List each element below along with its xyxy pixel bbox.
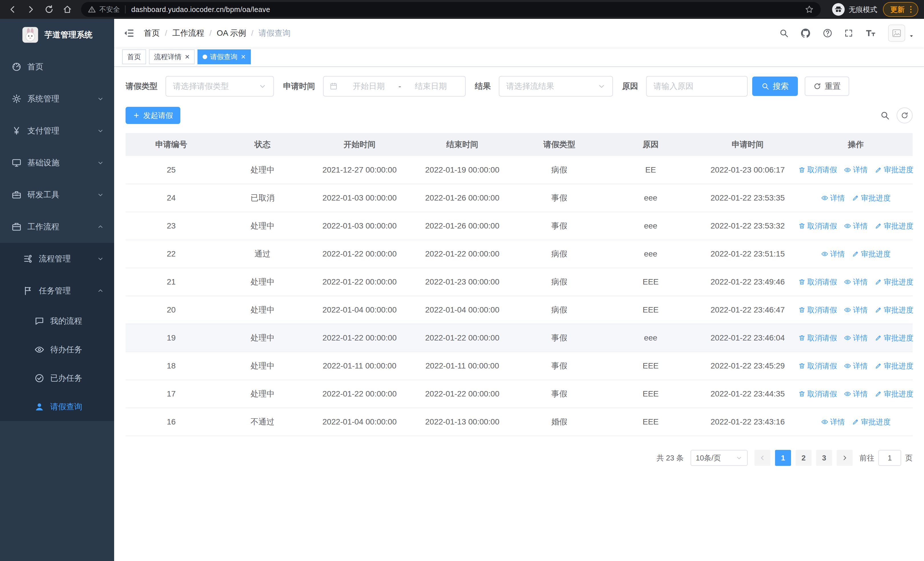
sidebar-item-workflow[interactable]: 工作流程 [0,211,114,243]
reset-button[interactable]: 重置 [805,77,849,96]
create-leave-button[interactable]: 发起请假 [126,107,180,124]
cancel-leave-link[interactable]: 取消请假 [798,277,837,287]
browser-back-icon[interactable] [6,3,20,16]
detail-link[interactable]: 详情 [821,193,845,203]
sidebar-item-system-management[interactable]: 系统管理 [0,83,114,115]
search-button[interactable]: 搜索 [752,77,798,96]
url-text[interactable]: dashboard.yudao.iocoder.cn/bpm/oa/leave [131,5,805,14]
sidebar-item-task-management[interactable]: 任务管理 [0,275,114,307]
browser-update-button[interactable]: 更新 [883,2,918,17]
cancel-leave-link[interactable]: 取消请假 [798,361,837,371]
detail-link[interactable]: 详情 [844,361,868,371]
approval-progress-link[interactable]: 审批进度 [874,305,914,315]
approval-progress-link[interactable]: 审批进度 [874,221,914,231]
page-1-button[interactable]: 1 [775,450,791,466]
toggle-search-button[interactable] [880,111,890,120]
detail-link[interactable]: 详情 [844,277,868,287]
leave-type-select[interactable]: 请选择请假类型 [165,76,274,96]
cell-type: 事假 [514,380,605,408]
page-size-select[interactable]: 10条/页 [691,450,748,466]
eye-icon [34,344,45,355]
tab-close-icon[interactable]: × [185,53,189,61]
breadcrumb-item[interactable]: OA 示例 [217,28,246,39]
cell-start: 2022-01-22 00:00:00 [308,324,411,352]
bookmark-star-icon[interactable] [805,5,814,14]
sidebar-item-leave-query[interactable]: 请假查询 [0,393,114,421]
detail-link[interactable]: 详情 [821,417,845,427]
refresh-table-button[interactable] [897,107,913,123]
cell-status: 处理中 [217,352,308,380]
sidebar-item-my-processes[interactable]: 我的流程 [0,307,114,335]
sidebar-collapse-button[interactable] [123,27,135,39]
sidebar-item-process-management[interactable]: 流程管理 [0,243,114,275]
detail-link[interactable]: 详情 [844,165,868,175]
approval-progress-link[interactable]: 审批进度 [874,165,914,175]
approval-progress-link[interactable]: 审批进度 [852,417,891,427]
chevron-left-icon [759,454,766,461]
browser-home-icon[interactable] [60,3,74,16]
help-icon[interactable] [822,28,832,38]
table-row[interactable]: 17处理中2022-01-22 00:00:002022-01-22 00:00… [126,380,913,408]
sidebar-item-home[interactable]: 首页 [0,51,114,83]
security-label[interactable]: 不安全 [99,5,120,14]
cancel-leave-link[interactable]: 取消请假 [798,165,837,175]
approval-progress-link[interactable]: 审批进度 [874,389,914,399]
approval-progress-link[interactable]: 审批进度 [852,249,891,259]
page-3-button[interactable]: 3 [816,450,832,466]
table-row[interactable]: 19处理中2022-01-22 00:00:002022-01-22 00:00… [126,324,913,352]
sidebar-item-payment-management[interactable]: 支付管理 [0,115,114,147]
address-bar[interactable]: 不安全 dashboard.yudao.iocoder.cn/bpm/oa/le… [81,2,821,17]
browser-forward-icon[interactable] [24,3,38,16]
cell-end: 2022-01-11 00:00:00 [411,352,514,380]
search-icon[interactable] [779,28,789,38]
detail-link[interactable]: 详情 [821,249,845,259]
goto-page-input[interactable] [878,450,901,466]
prev-page-button[interactable] [754,450,771,466]
table-row[interactable]: 21处理中2022-01-22 00:00:002022-01-23 00:00… [126,268,913,296]
detail-link[interactable]: 详情 [844,389,868,399]
approval-progress-link[interactable]: 审批进度 [874,277,914,287]
apply-time-range-picker[interactable]: 开始日期 - 结束日期 [323,76,466,96]
table-row[interactable]: 20处理中2022-01-04 00:00:002022-01-04 00:00… [126,296,913,324]
avatar[interactable] [888,24,905,42]
tab-close-icon[interactable]: × [241,53,245,61]
github-icon[interactable] [800,28,811,39]
tab-leave-query[interactable]: 请假查询× [198,50,250,64]
end-date-input[interactable]: 结束日期 [402,81,459,92]
table-row[interactable]: 22通过2022-01-22 00:00:002022-01-22 00:00:… [126,240,913,268]
page-2-button[interactable]: 2 [796,450,812,466]
font-size-icon[interactable] [865,27,877,39]
sidebar-item-todo-tasks[interactable]: 待办任务 [0,335,114,364]
cancel-leave-link[interactable]: 取消请假 [798,305,837,315]
cancel-leave-link[interactable]: 取消请假 [798,389,837,399]
browser-reload-icon[interactable] [42,3,56,16]
breadcrumb-item[interactable]: 首页 [144,28,160,39]
breadcrumb-item[interactable]: 工作流程 [172,28,204,39]
table-row[interactable]: 25处理中2021-12-27 00:00:002022-01-19 00:00… [126,156,913,184]
detail-link[interactable]: 详情 [844,333,868,343]
cancel-leave-link[interactable]: 取消请假 [798,221,837,231]
table-row[interactable]: 16不通过2022-01-04 00:00:002022-01-13 00:00… [126,408,913,436]
browser-menu-icon[interactable] [906,5,915,14]
start-date-input[interactable]: 开始日期 [340,81,397,92]
cancel-leave-link[interactable]: 取消请假 [798,333,837,343]
reason-input[interactable] [646,76,748,96]
result-select[interactable]: 请选择流结果 [499,76,613,96]
detail-link[interactable]: 详情 [844,305,868,315]
sidebar-item-dev-tools[interactable]: 研发工具 [0,179,114,211]
fullscreen-icon[interactable] [844,29,853,38]
tab-process-detail[interactable]: 流程详情× [149,50,195,64]
table-row[interactable]: 24已取消2022-01-03 00:00:002022-01-26 00:00… [126,184,913,212]
detail-link[interactable]: 详情 [844,221,868,231]
approval-progress-link[interactable]: 审批进度 [874,333,914,343]
table-row[interactable]: 23处理中2022-01-03 00:00:002022-01-26 00:00… [126,212,913,240]
app-logo[interactable]: 芋道管理系统 [0,19,114,51]
tab-home[interactable]: 首页 [122,50,146,64]
approval-progress-link[interactable]: 审批进度 [874,361,914,371]
next-page-button[interactable] [837,450,853,466]
sidebar-item-infrastructure[interactable]: 基础设施 [0,147,114,179]
table-row[interactable]: 18处理中2022-01-11 00:00:002022-01-11 00:00… [126,352,913,380]
approval-progress-link[interactable]: 审批进度 [852,193,891,203]
user-menu[interactable] [888,24,915,42]
sidebar-item-done-tasks[interactable]: 已办任务 [0,364,114,393]
